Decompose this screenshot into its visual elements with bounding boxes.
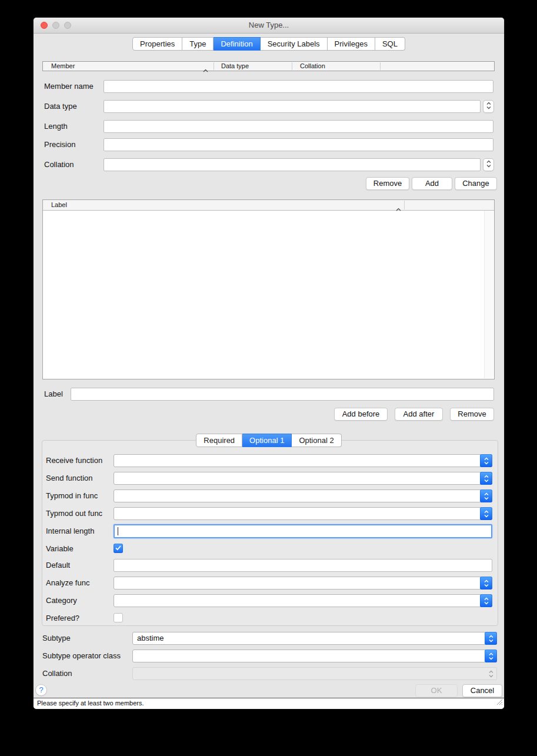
collation-label: Collation — [44, 160, 74, 169]
combo-stepper-icon[interactable] — [480, 454, 492, 467]
member-column-header[interactable]: Member — [51, 62, 75, 71]
subtype-operator-class-combo[interactable] — [132, 650, 497, 662]
length-label: Length — [44, 122, 68, 131]
data-type-label: Data type — [44, 102, 77, 111]
label-remove-button[interactable]: Remove — [450, 408, 494, 421]
member-name-input[interactable] — [104, 80, 493, 93]
column-divider[interactable] — [214, 62, 214, 70]
collation-column-header[interactable]: Collation — [300, 62, 325, 71]
checkmark-icon — [114, 545, 123, 551]
prefered-label: Prefered? — [46, 614, 79, 622]
collation-stepper[interactable] — [483, 158, 494, 171]
receive-function-label: Receive function — [46, 456, 102, 465]
tab-type[interactable]: Type — [182, 37, 214, 51]
column-divider[interactable] — [292, 62, 292, 70]
internal-length-label: Internal length — [46, 527, 94, 535]
tab-required[interactable]: Required — [196, 434, 242, 447]
resize-grip-icon[interactable] — [496, 697, 503, 708]
dialog-tab-bar: Properties Type Definition Security Labe… — [34, 37, 504, 51]
combo-stepper-icon[interactable] — [485, 632, 497, 645]
length-input[interactable] — [104, 120, 493, 133]
cancel-button[interactable]: Cancel — [462, 684, 502, 697]
analyze-func-label: Analyze func — [46, 578, 89, 587]
variable-label: Variable — [46, 544, 74, 553]
tab-optional-2[interactable]: Optional 2 — [292, 434, 341, 447]
subtype-collation-combo — [132, 667, 497, 680]
new-type-dialog: New Type... Properties Type Definition S… — [34, 18, 504, 709]
send-function-label: Send function — [46, 474, 93, 482]
text-caret — [118, 527, 118, 535]
variable-checkbox[interactable] — [114, 544, 123, 553]
internal-length-input[interactable] — [114, 524, 492, 538]
typmod-out-func-label: Typmod out func — [46, 509, 102, 518]
tab-properties[interactable]: Properties — [132, 37, 182, 51]
status-message: Please specify at least two members. — [37, 700, 144, 707]
subtype-operator-class-label: Subtype operator class — [42, 651, 121, 660]
options-tab-bar: Required Optional 1 Optional 2 — [34, 434, 504, 447]
window-title: New Type... — [34, 18, 504, 33]
combo-stepper-icon[interactable] — [480, 472, 492, 485]
default-input[interactable] — [114, 559, 492, 572]
status-bar: Please specify at least two members. — [34, 698, 504, 709]
category-label: Category — [46, 596, 77, 605]
precision-input[interactable] — [104, 138, 493, 151]
collation-combo-input[interactable] — [104, 158, 481, 171]
subtype-combo[interactable]: abstime — [132, 632, 497, 645]
label-list-scrollbar[interactable] — [484, 211, 493, 378]
stepper-updown-icon — [486, 101, 491, 112]
title-bar[interactable]: New Type... — [34, 18, 504, 34]
data-type-stepper[interactable] — [483, 100, 494, 113]
question-mark-icon: ? — [39, 685, 43, 694]
ok-button[interactable]: OK — [415, 684, 458, 697]
column-divider[interactable] — [380, 62, 381, 70]
typmod-out-func-combo[interactable] — [114, 507, 492, 520]
subtype-value: abstime — [137, 632, 164, 644]
minimize-button[interactable] — [52, 22, 59, 29]
member-change-button[interactable]: Change — [455, 177, 497, 190]
tab-sql[interactable]: SQL — [375, 37, 405, 51]
column-divider[interactable] — [404, 201, 405, 209]
member-table-header: Member Data type Collation — [42, 61, 495, 71]
label-list[interactable]: Label — [42, 199, 495, 379]
analyze-func-combo[interactable] — [114, 577, 492, 590]
zoom-button[interactable] — [64, 22, 71, 29]
subtype-label: Subtype — [42, 634, 71, 642]
receive-function-combo[interactable] — [114, 454, 492, 467]
prefered-checkbox[interactable] — [114, 613, 123, 622]
member-add-button[interactable]: Add — [412, 177, 452, 190]
typmod-in-func-combo[interactable] — [114, 489, 492, 502]
data-type-column-header[interactable]: Data type — [221, 62, 249, 71]
combo-stepper-icon — [485, 667, 497, 680]
combo-stepper-icon[interactable] — [480, 489, 492, 502]
stepper-updown-icon — [486, 159, 491, 170]
add-before-button[interactable]: Add before — [334, 408, 388, 421]
help-button[interactable]: ? — [35, 684, 47, 696]
precision-label: Precision — [44, 140, 75, 149]
tab-definition[interactable]: Definition — [214, 37, 260, 51]
tab-privileges[interactable]: Privileges — [328, 37, 375, 51]
typmod-in-func-label: Typmod in func — [46, 491, 98, 500]
category-combo[interactable] — [114, 594, 492, 607]
send-function-combo[interactable] — [114, 472, 492, 485]
combo-stepper-icon[interactable] — [480, 577, 492, 590]
label-list-header: Label — [43, 200, 494, 211]
combo-stepper-icon[interactable] — [480, 594, 492, 607]
sort-ascending-icon[interactable] — [396, 203, 401, 214]
desktop-background: New Type... Properties Type Definition S… — [0, 0, 537, 756]
default-label: Default — [46, 561, 70, 570]
label-column-header[interactable]: Label — [51, 200, 67, 209]
add-after-button[interactable]: Add after — [395, 408, 443, 421]
label-field-label: Label — [44, 389, 63, 398]
tab-security-labels[interactable]: Security Labels — [261, 37, 328, 51]
member-remove-button[interactable]: Remove — [366, 177, 409, 190]
sort-ascending-icon[interactable] — [203, 64, 208, 75]
combo-stepper-icon[interactable] — [480, 507, 492, 520]
label-input[interactable] — [71, 388, 494, 401]
tab-optional-1[interactable]: Optional 1 — [242, 434, 292, 447]
combo-stepper-icon[interactable] — [485, 650, 497, 662]
data-type-combo-input[interactable] — [104, 100, 481, 113]
close-button[interactable] — [41, 22, 48, 29]
member-name-label: Member name — [44, 82, 94, 91]
subtype-collation-label: Collation — [42, 669, 72, 678]
